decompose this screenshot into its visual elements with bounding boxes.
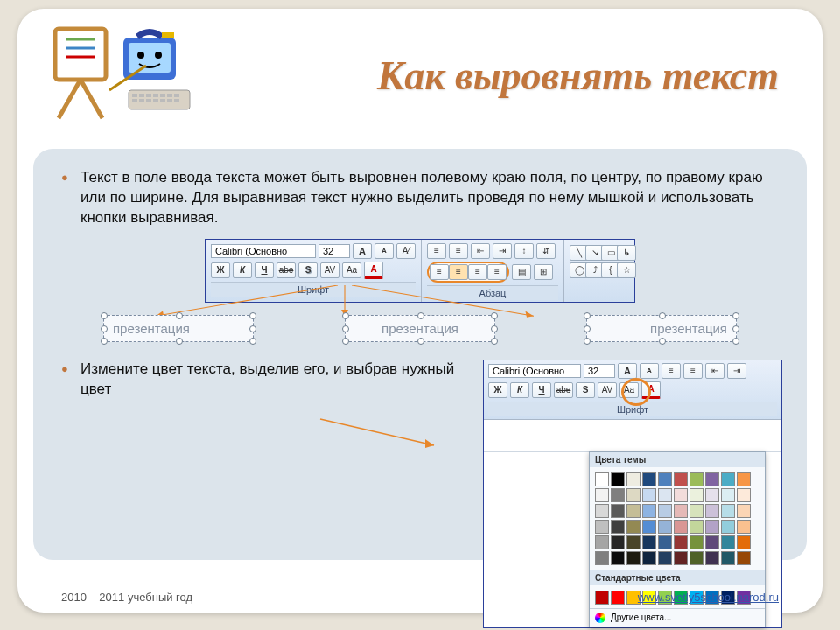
footer-link[interactable]: www.svetly5school.narod.ru xyxy=(638,591,779,604)
color-swatch[interactable] xyxy=(737,520,751,534)
color-swatch[interactable] xyxy=(721,520,735,534)
color-swatch[interactable] xyxy=(690,504,704,518)
color-swatch[interactable] xyxy=(642,488,656,502)
color-swatch[interactable] xyxy=(642,472,656,486)
panel-indent2[interactable]: ⇥ xyxy=(727,363,746,379)
underline-button[interactable]: Ч xyxy=(255,262,274,278)
indent-dec-button[interactable]: ⇤ xyxy=(471,243,490,259)
char-spacing-button[interactable]: AV xyxy=(320,262,340,278)
font-family-select[interactable]: Calibri (Основно xyxy=(211,244,316,258)
color-swatch[interactable] xyxy=(721,472,735,486)
color-swatch[interactable] xyxy=(674,536,688,550)
clear-format-button[interactable]: A⁄ xyxy=(396,243,416,259)
color-swatch[interactable] xyxy=(674,551,688,565)
color-swatch[interactable] xyxy=(690,536,704,550)
color-swatch[interactable] xyxy=(611,472,625,486)
color-swatch[interactable] xyxy=(626,536,640,550)
color-swatch[interactable] xyxy=(705,488,719,502)
color-swatch[interactable] xyxy=(690,520,704,534)
align-justify-button[interactable]: ≡ xyxy=(487,264,507,280)
color-swatch[interactable] xyxy=(674,520,688,534)
panel-underline[interactable]: Ч xyxy=(532,382,551,398)
color-swatch[interactable] xyxy=(611,551,625,565)
color-swatch[interactable] xyxy=(721,488,735,502)
bullets-button[interactable]: ≡ xyxy=(427,243,446,259)
shrink-font-button[interactable]: A xyxy=(374,243,394,259)
color-swatch[interactable] xyxy=(658,488,672,502)
color-swatch[interactable] xyxy=(674,504,688,518)
panel-numbering[interactable]: ≡ xyxy=(683,363,703,379)
panel-av[interactable]: AV xyxy=(598,382,617,398)
color-swatch[interactable] xyxy=(705,551,719,565)
panel-font-color[interactable]: A xyxy=(641,382,661,399)
align-right-button[interactable]: ≡ xyxy=(468,264,487,280)
panel-bullets[interactable]: ≡ xyxy=(662,363,681,379)
panel-strike[interactable]: abe xyxy=(554,382,573,398)
panel-font-size[interactable]: 32 xyxy=(584,364,615,378)
color-swatch[interactable] xyxy=(626,472,640,486)
font-size-select[interactable]: 32 xyxy=(318,244,350,258)
italic-button[interactable]: К xyxy=(233,262,252,278)
line-spacing-button[interactable]: ↕ xyxy=(514,243,534,259)
more-colors-button[interactable]: Другие цвета... xyxy=(590,608,765,626)
panel-indent1[interactable]: ⇤ xyxy=(705,363,724,379)
color-swatch[interactable] xyxy=(611,520,625,534)
color-swatch[interactable] xyxy=(642,536,656,550)
color-swatch[interactable] xyxy=(626,520,640,534)
color-swatch[interactable] xyxy=(721,504,735,518)
color-swatch[interactable] xyxy=(690,551,704,565)
color-swatch[interactable] xyxy=(642,504,656,518)
color-swatch[interactable] xyxy=(595,504,609,518)
color-swatch[interactable] xyxy=(658,520,672,534)
color-swatch[interactable] xyxy=(626,504,640,518)
panel-shadow[interactable]: S xyxy=(576,382,595,398)
color-swatch[interactable] xyxy=(737,472,751,486)
color-swatch[interactable] xyxy=(658,551,672,565)
color-swatch[interactable] xyxy=(595,551,609,565)
color-swatch[interactable] xyxy=(705,472,719,486)
color-swatch[interactable] xyxy=(611,488,625,502)
change-case-button[interactable]: Aa xyxy=(342,262,361,278)
color-swatch[interactable] xyxy=(737,551,751,565)
panel-bold[interactable]: Ж xyxy=(488,382,508,398)
color-swatch[interactable] xyxy=(626,488,640,502)
color-swatch[interactable] xyxy=(642,520,656,534)
color-swatch[interactable] xyxy=(611,504,625,518)
columns-button[interactable]: ▤ xyxy=(512,264,531,280)
align-left-button[interactable]: ≡ xyxy=(430,264,449,280)
panel-italic[interactable]: К xyxy=(510,382,529,398)
color-swatch[interactable] xyxy=(658,472,672,486)
color-swatch[interactable] xyxy=(642,551,656,565)
color-swatch[interactable] xyxy=(721,551,735,565)
shape-elbow-icon[interactable]: ↳ xyxy=(617,245,636,261)
grow-font-button[interactable]: A xyxy=(353,243,372,259)
color-swatch[interactable] xyxy=(595,488,609,502)
align-center-button[interactable]: ≡ xyxy=(449,264,468,280)
color-swatch[interactable] xyxy=(737,504,751,518)
numbering-button[interactable]: ≡ xyxy=(449,243,468,259)
color-swatch[interactable] xyxy=(721,536,735,550)
color-swatch[interactable] xyxy=(658,536,672,550)
strike-button[interactable]: abe xyxy=(276,262,296,278)
convert-smartart-button[interactable]: ⊞ xyxy=(534,264,553,280)
panel-grow-font[interactable]: A xyxy=(618,363,637,379)
color-swatch[interactable] xyxy=(737,536,751,550)
color-swatch[interactable] xyxy=(611,536,625,550)
panel-shrink-font[interactable]: A xyxy=(640,363,659,379)
font-color-button[interactable]: A xyxy=(364,262,383,279)
text-direction-button[interactable]: ⇵ xyxy=(536,243,556,259)
color-swatch[interactable] xyxy=(690,488,704,502)
shape-star-icon[interactable]: ☆ xyxy=(617,262,636,278)
color-swatch[interactable] xyxy=(626,551,640,565)
color-swatch[interactable] xyxy=(595,536,609,550)
indent-inc-button[interactable]: ⇥ xyxy=(493,243,512,259)
panel-aa[interactable]: Aa xyxy=(620,382,639,398)
bold-button[interactable]: Ж xyxy=(211,262,230,278)
shadow-button[interactable]: S xyxy=(298,262,318,278)
color-swatch[interactable] xyxy=(595,472,609,486)
color-swatch[interactable] xyxy=(674,472,688,486)
color-swatch[interactable] xyxy=(658,504,672,518)
color-swatch[interactable] xyxy=(674,488,688,502)
color-swatch[interactable] xyxy=(705,536,719,550)
color-swatch[interactable] xyxy=(595,520,609,534)
